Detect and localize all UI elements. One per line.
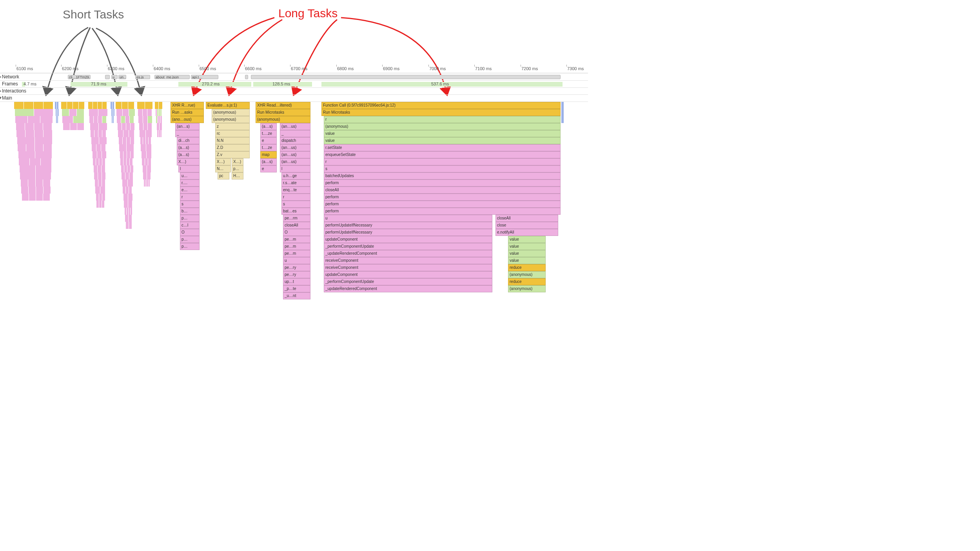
flame-frame[interactable]: value [508, 243, 546, 250]
flame-frame[interactable] [41, 158, 51, 165]
flame-frame[interactable] [111, 109, 112, 116]
flame-frame[interactable]: updateComponent [324, 236, 492, 243]
flame-frame[interactable] [36, 187, 43, 194]
flame-frame[interactable]: receiveComponent [324, 257, 492, 264]
flame-frame[interactable] [98, 165, 101, 172]
flame-frame[interactable] [116, 102, 122, 109]
flame-frame[interactable] [159, 130, 160, 137]
flame-frame[interactable] [15, 116, 27, 123]
flame-frame[interactable] [145, 102, 152, 109]
flame-frame[interactable] [99, 137, 107, 144]
flame-frame[interactable] [57, 109, 58, 116]
flame-frame[interactable]: z [215, 123, 250, 130]
network-request[interactable]: es.js [135, 75, 150, 79]
flame-frame[interactable] [34, 102, 43, 109]
flame-frame[interactable] [160, 109, 162, 116]
flame-frame[interactable]: perform [324, 208, 561, 215]
flame-frame[interactable]: value [508, 250, 546, 257]
flame-frame[interactable] [44, 102, 53, 109]
flame-frame[interactable] [122, 123, 126, 130]
flame-frame[interactable]: (anonymous) [508, 285, 546, 292]
flame-frame[interactable] [143, 123, 147, 130]
flame-frame[interactable] [148, 123, 152, 130]
flame-frame[interactable] [62, 109, 69, 116]
flame-frame[interactable] [129, 222, 132, 229]
flame-frame[interactable]: p… [232, 165, 243, 172]
flame-frame[interactable] [97, 151, 102, 158]
flame-frame[interactable]: (anonymous) [256, 116, 310, 123]
flame-frame[interactable] [26, 144, 34, 151]
flame-frame[interactable] [88, 102, 93, 109]
flame-frame[interactable] [25, 130, 34, 137]
flame-frame[interactable] [124, 165, 127, 172]
flame-frame[interactable]: (a…s) [177, 151, 200, 158]
flame-frame[interactable] [113, 109, 113, 116]
flame-frame[interactable] [114, 109, 114, 116]
flame-frame[interactable] [138, 109, 142, 116]
flame-frame[interactable] [129, 215, 132, 222]
flame-frame[interactable] [130, 116, 134, 123]
flame-frame[interactable]: perform [324, 194, 561, 201]
flame-frame[interactable] [43, 194, 50, 201]
flame-frame[interactable] [127, 151, 130, 158]
flame-frame[interactable]: reduce [508, 264, 546, 271]
flame-frame[interactable]: (anonymous) [212, 116, 250, 123]
flame-frame[interactable] [137, 102, 145, 109]
flame-frame[interactable] [127, 208, 128, 215]
flame-frame[interactable] [61, 102, 67, 109]
flame-frame[interactable]: (a…s) [260, 158, 277, 165]
flame-frame[interactable] [94, 116, 98, 123]
frames-track[interactable]: Frames 4.7 ms71.9 ms270.2 ms128.5 ms537.… [0, 81, 588, 88]
flame-frame[interactable] [161, 116, 162, 123]
flame-frame[interactable] [57, 116, 58, 123]
flame-frame[interactable] [118, 130, 123, 137]
flame-frame[interactable] [159, 116, 160, 123]
flame-frame[interactable]: (anonymous) [212, 109, 250, 116]
network-request[interactable]: cli…1FTm29. [68, 75, 91, 79]
flame-frame[interactable]: p… [180, 243, 200, 250]
flame-frame[interactable]: pe…ry [283, 271, 310, 278]
flame-frame[interactable] [125, 172, 129, 179]
flame-frame[interactable] [44, 187, 51, 194]
flame-frame[interactable] [125, 215, 128, 222]
flame-frame[interactable]: e [260, 165, 277, 172]
flame-frame[interactable]: pe…m [283, 243, 310, 250]
flame-frame[interactable] [147, 172, 151, 179]
flame-frame[interactable]: O [180, 229, 200, 236]
flame-frame[interactable] [101, 144, 105, 151]
flame-frame[interactable]: (an…us) [280, 158, 310, 165]
flame-frame[interactable]: s [324, 165, 561, 172]
flame-frame[interactable] [141, 144, 146, 151]
flame-frame[interactable] [140, 130, 145, 137]
flame-frame[interactable]: r [324, 116, 561, 123]
flame-frame[interactable] [122, 179, 127, 187]
flame-frame[interactable] [62, 116, 73, 123]
flame-frame[interactable] [143, 116, 147, 123]
flame-frame[interactable]: Run Microtasks [256, 109, 310, 116]
flame-frame[interactable] [93, 102, 97, 109]
flame-frame[interactable] [58, 109, 59, 116]
flame-frame[interactable] [95, 179, 98, 187]
flame-frame[interactable] [145, 179, 147, 187]
flame-frame[interactable]: rc [215, 130, 250, 137]
flame-frame[interactable]: t.…ze [260, 144, 277, 151]
flame-frame[interactable]: pe…m [283, 236, 310, 243]
interactions-track[interactable]: ▶ Interactions [0, 88, 588, 95]
flame-frame[interactable]: u [324, 215, 492, 222]
flame-frame[interactable] [20, 172, 35, 179]
flame-frame[interactable] [143, 137, 145, 144]
flame-frame[interactable] [124, 201, 128, 208]
flame-frame[interactable] [24, 102, 33, 109]
flame-frame[interactable] [98, 109, 107, 116]
flame-frame[interactable]: r.setState [324, 144, 561, 151]
flame-frame[interactable] [56, 116, 57, 123]
flame-frame[interactable] [143, 172, 147, 179]
flame-frame[interactable] [149, 137, 151, 144]
flame-frame[interactable] [96, 201, 99, 208]
flame-frame[interactable] [73, 116, 84, 123]
flame-frame[interactable] [102, 102, 107, 109]
flame-frame[interactable] [122, 102, 128, 109]
flame-frame[interactable]: value [324, 137, 561, 144]
flame-frame[interactable] [158, 116, 159, 123]
flame-frame[interactable]: s [180, 201, 200, 208]
